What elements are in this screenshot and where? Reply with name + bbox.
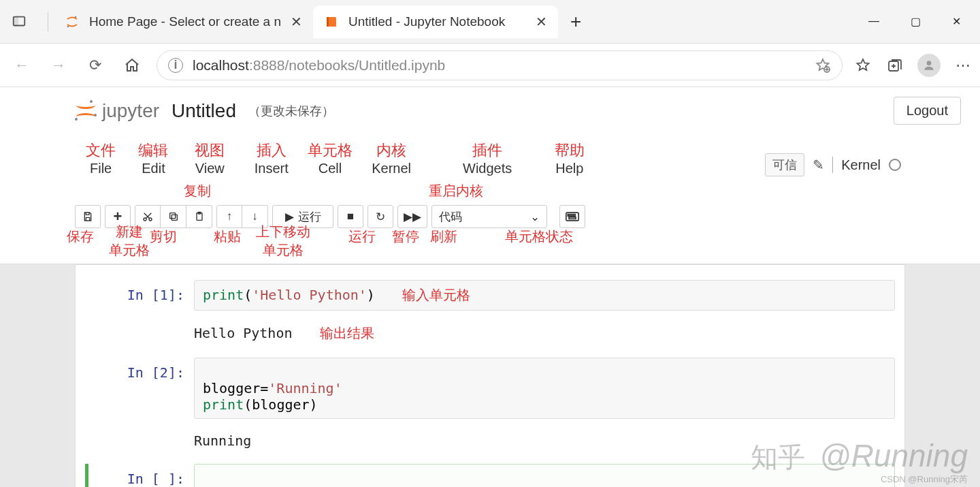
jupyter-logo[interactable]: jupyter <box>75 100 159 122</box>
maximize-button[interactable]: ▢ <box>911 15 921 28</box>
svg-rect-11 <box>169 213 175 219</box>
menu-view[interactable]: 视图View <box>180 161 240 176</box>
chevron-down-icon: ⌄ <box>530 210 540 224</box>
svg-rect-18 <box>569 217 576 219</box>
jupyter-header: jupyter Untitled （更改未保存） Logout 文件File 编… <box>0 87 980 264</box>
cell-input[interactable]: print('Hello Python') 输入单元格 <box>194 280 895 311</box>
profile-avatar[interactable] <box>917 54 941 77</box>
code: print('Hello Python') <box>203 287 375 303</box>
svg-rect-4 <box>327 17 329 27</box>
label-cut: 剪切 <box>150 227 177 246</box>
label-state: 单元格状态 <box>505 227 573 246</box>
notebook-favicon-icon <box>324 14 339 29</box>
divider <box>832 157 833 173</box>
command-palette-button[interactable] <box>559 205 585 228</box>
cell-2-output: . Running <box>85 426 895 452</box>
browser-app-icon[interactable] <box>10 12 29 31</box>
notebook-area: In [1]: print('Hello Python') 输入单元格 . He… <box>75 264 905 487</box>
stop-button[interactable]: ■ <box>338 205 363 228</box>
close-icon[interactable]: ✕ <box>536 14 547 30</box>
label-run: 运行 <box>348 227 376 246</box>
cell-2[interactable]: In [2]: blogger='Running' print(blogger) <box>85 358 895 419</box>
favorite-add-icon[interactable] <box>815 57 831 74</box>
output-text: Running <box>194 426 259 452</box>
tab-title: Home Page - Select or create a n <box>89 14 281 29</box>
cell-type-select[interactable]: 代码 ⌄ <box>431 205 547 228</box>
copy-button[interactable] <box>161 205 186 228</box>
label-refresh: 刷新 <box>430 227 457 246</box>
toolbar: + ↑ ↓ ▶ 运行 ■ ↻ ▶▶ 代码 ⌄ <box>75 205 905 228</box>
edit-icon[interactable]: ✎ <box>813 157 824 173</box>
label-add: 新建 单元格 <box>109 223 150 260</box>
svg-point-7 <box>927 61 932 65</box>
url-input[interactable]: i localhost:8888/notebooks/Untitled.ipyn… <box>157 50 843 80</box>
kernel-name[interactable]: Kernel <box>841 157 881 173</box>
site-info-icon[interactable]: i <box>168 58 183 73</box>
cell-prompt: In [1]: <box>85 280 194 311</box>
svg-rect-17 <box>574 215 576 217</box>
url-host: localhost <box>193 57 249 73</box>
home-button[interactable] <box>120 53 144 78</box>
logo-text: jupyter <box>102 100 159 122</box>
forward-button[interactable]: → <box>46 53 71 78</box>
refresh-button[interactable]: ⟳ <box>83 53 108 78</box>
menu-widgets[interactable]: 插件Widgets <box>448 161 527 176</box>
notebook-title[interactable]: Untitled <box>172 100 236 122</box>
cell-3[interactable]: In [ ]: <box>85 464 895 487</box>
page-content: jupyter Untitled （更改未保存） Logout 文件File 编… <box>0 87 980 487</box>
menu-edit[interactable]: 编辑Edit <box>127 161 180 176</box>
cell-prompt: In [ ]: <box>88 464 194 487</box>
menu-help[interactable]: 帮助Help <box>540 161 598 176</box>
menu-file[interactable]: 文件File <box>75 161 127 176</box>
browser-tab-home[interactable]: Home Page - Select or create a n ✕ <box>54 5 313 38</box>
collections-icon[interactable] <box>886 57 902 74</box>
svg-rect-15 <box>568 215 570 217</box>
close-icon[interactable]: ✕ <box>291 14 302 30</box>
svg-rect-16 <box>571 215 573 217</box>
label-move: 上下移动 单元格 <box>256 223 310 260</box>
favorites-icon[interactable] <box>855 57 871 74</box>
divider <box>48 12 48 31</box>
svg-rect-1 <box>14 16 18 25</box>
restart-button[interactable]: ↻ <box>368 205 393 228</box>
back-button[interactable]: ← <box>10 53 34 78</box>
close-window-button[interactable]: ✕ <box>952 15 961 28</box>
cell-1[interactable]: In [1]: print('Hello Python') 输入单元格 <box>85 280 895 311</box>
tab-title: Untitled - Jupyter Notebook <box>348 14 505 29</box>
paste-button[interactable] <box>186 205 212 228</box>
svg-rect-10 <box>172 215 177 220</box>
label-copy: 复制 <box>184 182 211 200</box>
jupyter-favicon-icon <box>65 14 80 29</box>
cell-input[interactable]: blogger='Running' print(blogger) <box>194 358 895 419</box>
menubar: 文件File 编辑Edit 视图View 插入Insert 单元格Cell 内核… <box>75 129 905 180</box>
menu-kernel[interactable]: 内核Kernel <box>357 161 426 176</box>
move-up-button[interactable]: ↑ <box>216 205 242 228</box>
trusted-indicator[interactable]: 可信 <box>765 153 804 176</box>
credit: CSDN @Running宋芮 <box>881 473 968 486</box>
window-controls: — ▢ ✕ <box>868 15 980 28</box>
browser-tabbar: Home Page - Select or create a n ✕ Untit… <box>0 0 980 44</box>
label-restart: 重启内核 <box>429 182 483 200</box>
input-annotation: 输入单元格 <box>402 287 470 302</box>
menu-cell[interactable]: 单元格Cell <box>304 161 357 176</box>
code: blogger='Running' print(blogger) <box>203 380 342 413</box>
unsaved-indicator: （更改未保存） <box>248 103 334 119</box>
minimize-button[interactable]: — <box>868 15 879 28</box>
browser-tab-notebook[interactable]: Untitled - Jupyter Notebook ✕ <box>313 5 558 38</box>
more-menu-icon[interactable]: ⋯ <box>956 57 970 74</box>
cell-prompt: In [2]: <box>85 358 194 419</box>
label-stop: 暂停 <box>392 227 419 246</box>
cell-input[interactable] <box>194 464 895 487</box>
url-port: :8888 <box>249 57 285 73</box>
output-annotation: 输出结果 <box>320 326 374 341</box>
new-tab-button[interactable]: + <box>570 11 581 33</box>
url-path: /notebooks/Untitled.ipynb <box>284 57 445 73</box>
restart-run-all-button[interactable]: ▶▶ <box>397 205 427 228</box>
cell-1-output: . Hello Python 输出结果 <box>85 317 895 345</box>
menu-insert[interactable]: 插入Insert <box>240 161 304 176</box>
browser-address-bar: ← → ⟳ i localhost:8888/notebooks/Untitle… <box>0 44 980 87</box>
save-button[interactable] <box>75 205 101 228</box>
svg-point-3 <box>67 25 69 27</box>
svg-point-2 <box>75 16 77 18</box>
logout-button[interactable]: Logout <box>894 97 961 125</box>
